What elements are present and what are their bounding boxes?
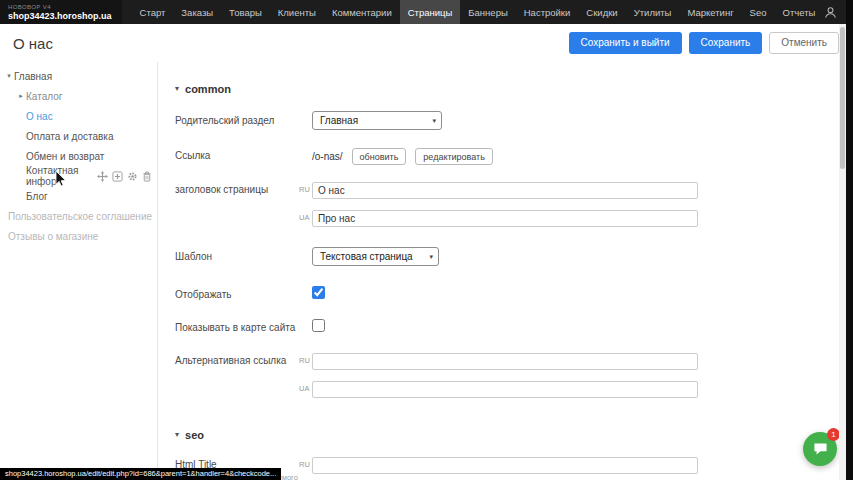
section-common[interactable]: ▾ common: [175, 82, 839, 95]
add-page-icon[interactable]: [112, 171, 123, 182]
lang-ua-label: UA: [299, 384, 309, 393]
chat-widget-button[interactable]: 1: [803, 432, 837, 466]
lang-ru-label: RU: [299, 185, 310, 194]
tree-label-payment: Оплата и доставка: [26, 131, 113, 142]
tree-label-reviews: Отзывы о магазине: [8, 231, 98, 242]
menu-item-reports[interactable]: Отчеты: [775, 0, 824, 24]
tree-item-about[interactable]: О нас: [0, 106, 157, 126]
cancel-button[interactable]: Отменить: [769, 32, 839, 54]
template-row: Шаблон Текстовая страница ▾: [175, 247, 839, 266]
settings-gear-icon[interactable]: [127, 171, 138, 182]
menu-item-pages[interactable]: Страницы: [400, 0, 461, 24]
tree-item-payment[interactable]: Оплата и доставка: [0, 126, 157, 146]
chevron-right-icon[interactable]: ▸: [16, 92, 26, 100]
chat-bubble-icon: [813, 442, 828, 456]
tree-label-home: Главная: [14, 71, 52, 82]
section-seo[interactable]: ▾ seo: [175, 428, 839, 441]
link-update-button[interactable]: обновить: [352, 148, 407, 165]
chevron-down-icon: ▾: [429, 253, 433, 261]
alt-link-label: Альтернативная ссылка: [175, 351, 312, 367]
alt-link-ru-input[interactable]: [312, 353, 698, 370]
account-icon[interactable]: [823, 5, 838, 20]
tree-item-home[interactable]: ▾ Главная: [0, 66, 157, 86]
tree-label-catalog: Каталог: [26, 91, 62, 102]
link-row: Ссылка /o-nas/ обновить редактировать: [175, 146, 839, 165]
page-title-row: заголовок страницы RU UA: [175, 180, 839, 227]
tree-item-exchange[interactable]: Обмен и возврат: [0, 146, 157, 166]
lang-ru-label: RU: [299, 460, 310, 469]
tree-row-actions: [97, 171, 157, 182]
save-and-exit-button[interactable]: Сохранить и выйти: [569, 32, 682, 54]
display-row: Отображать: [175, 285, 839, 301]
link-label: Ссылка: [175, 146, 312, 162]
page-tree: ▾ Главная ▸ Каталог О нас Оплата и доста…: [0, 62, 158, 480]
brand-domain: shop34423.horoshop.ua: [8, 11, 112, 21]
page-title: О нас: [13, 35, 53, 52]
main-menu: Старт Заказы Товары Клиенты Комментарии …: [132, 0, 824, 24]
parent-section-value: Главная: [320, 115, 358, 126]
brand-version: НОВОВОР V4: [8, 4, 112, 11]
sitemap-checkbox[interactable]: [312, 319, 325, 332]
menu-item-discounts[interactable]: Скидки: [578, 0, 625, 24]
tree-item-terms[interactable]: Пользовательское соглашение: [0, 206, 157, 226]
tree-item-blog[interactable]: Блог: [0, 186, 157, 206]
delete-trash-icon[interactable]: [142, 171, 152, 182]
topbar: НОВОВОР V4 shop34423.horoshop.ua Старт З…: [0, 0, 853, 24]
menu-item-products[interactable]: Товары: [221, 0, 270, 24]
parent-section-label: Родительский раздел: [175, 111, 312, 127]
scrollbar[interactable]: [839, 24, 846, 480]
screen-edge-strip: [846, 0, 853, 480]
page-title-label: заголовок страницы: [175, 180, 312, 196]
menu-item-utilities[interactable]: Утилиты: [626, 0, 680, 24]
browser-status-bar: shop34423.horoshop.ua/edit/edit.php?id=6…: [0, 468, 281, 480]
template-select[interactable]: Текстовая страница ▾: [312, 247, 439, 266]
parent-section-row: Родительский раздел Главная ▾: [175, 111, 839, 130]
brand-logo[interactable]: НОВОВОР V4 shop34423.horoshop.ua: [0, 0, 122, 24]
menu-item-seo[interactable]: Seo: [742, 0, 775, 24]
alt-link-row: Альтернативная ссылка RU UA: [175, 351, 839, 398]
save-button[interactable]: Сохранить: [689, 32, 763, 54]
link-value: /o-nas/: [312, 151, 343, 162]
scrollbar-thumb[interactable]: [840, 27, 845, 169]
chevron-down-icon[interactable]: ▾: [4, 72, 14, 80]
page-header: О нас Сохранить и выйти Сохранить Отмени…: [0, 24, 839, 62]
section-common-title: common: [185, 83, 231, 95]
header-actions: Сохранить и выйти Сохранить Отменить: [569, 32, 840, 54]
html-title-ru-input[interactable]: [312, 457, 698, 474]
sitemap-row: Показывать в карте сайта: [175, 318, 839, 334]
page-edit-form: ▾ common Родительский раздел Главная ▾ С…: [158, 62, 839, 480]
menu-item-clients[interactable]: Клиенты: [270, 0, 324, 24]
tree-item-catalog[interactable]: ▸ Каталог: [0, 86, 157, 106]
section-seo-title: seo: [185, 429, 204, 441]
menu-item-start[interactable]: Старт: [132, 0, 174, 24]
chevron-down-icon: ▾: [175, 84, 179, 93]
tree-label-terms: Пользовательское соглашение: [8, 211, 152, 222]
display-checkbox[interactable]: [312, 286, 325, 299]
menu-item-settings[interactable]: Настройки: [516, 0, 579, 24]
tree-label-exchange: Обмен и возврат: [26, 151, 104, 162]
menu-item-comments[interactable]: Комментарии: [324, 0, 400, 24]
lang-ua-label: UA: [299, 213, 309, 222]
chevron-down-icon: ▾: [432, 117, 436, 125]
screen: НОВОВОР V4 shop34423.horoshop.ua Старт З…: [0, 0, 853, 480]
page-title-ua-input[interactable]: [312, 210, 698, 227]
tree-label-contacts: Контактная инфор: [26, 165, 97, 187]
alt-link-ua-input[interactable]: [312, 381, 698, 398]
page-title-ru-input[interactable]: [312, 182, 698, 199]
template-value: Текстовая страница: [320, 251, 413, 262]
sitemap-label: Показывать в карте сайта: [175, 318, 312, 334]
tree-label-blog: Блог: [26, 191, 48, 202]
chevron-down-icon: ▾: [175, 430, 179, 439]
menu-item-orders[interactable]: Заказы: [173, 0, 221, 24]
menu-item-banners[interactable]: Баннеры: [460, 0, 515, 24]
lang-ru-label: RU: [299, 356, 310, 365]
display-label: Отображать: [175, 285, 312, 301]
tree-label-about: О нас: [26, 111, 53, 122]
tree-item-reviews[interactable]: Отзывы о магазине: [0, 226, 157, 246]
parent-section-select[interactable]: Главная ▾: [312, 111, 442, 130]
tree-item-contacts[interactable]: Контактная инфор: [0, 166, 157, 186]
link-edit-button[interactable]: редактировать: [415, 148, 493, 165]
template-label: Шаблон: [175, 247, 312, 263]
move-icon[interactable]: [97, 171, 108, 182]
menu-item-marketing[interactable]: Маркетинг: [679, 0, 741, 24]
